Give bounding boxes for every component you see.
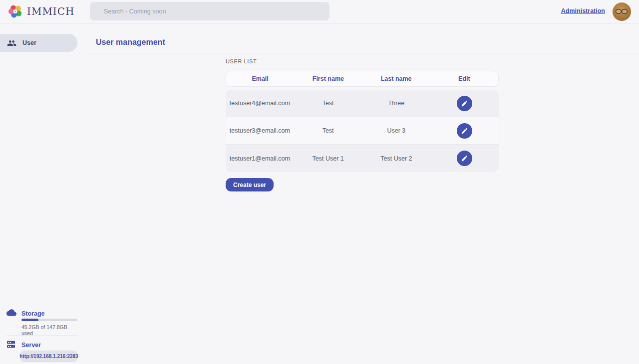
table-row: testuser4@email.comTestThree [226,90,499,117]
storage-section-title: Storage [21,310,45,317]
cell-first-name: Test User 1 [294,155,362,162]
column-header: Edit [430,75,498,82]
glasses-icon [615,8,629,15]
cell-email: testuser3@email.com [226,127,294,134]
search-input[interactable] [90,2,329,20]
cell-first-name: Test [294,127,362,134]
server-icon [6,341,15,349]
create-user-button[interactable]: Create user [226,178,274,191]
cell-last-name: Three [362,100,431,107]
user-avatar[interactable] [613,2,631,21]
edit-user-button[interactable] [457,151,472,166]
title-divider [85,53,639,53]
edit-user-button[interactable] [457,123,472,139]
cell-first-name: Test [294,100,362,107]
cell-edit [430,151,499,166]
pencil-icon [461,100,468,107]
sidebar-divider [6,336,78,336]
storage-progress-bar [21,319,77,321]
users-icon [7,38,16,48]
table-row: testuser3@email.comTestUser 3 [226,117,499,145]
app-logo[interactable]: IMMICH [8,4,75,19]
pencil-icon [461,127,468,135]
server-url-badge: http://192.168.1.216:2283 [20,351,77,362]
cell-email: testuser1@email.com [226,155,294,162]
user-table-body: testuser4@email.comTestThreetestuser3@em… [226,90,499,172]
app-wordmark: IMMICH [27,5,75,17]
storage-progress-fill [21,319,38,321]
sidebar-item-user[interactable]: User [0,34,77,52]
user-table-header: EmailFirst nameLast nameEdit [226,71,499,87]
cell-edit [430,96,499,111]
column-header: Email [226,75,294,82]
server-section-title: Server [21,342,41,349]
top-header: IMMICH Administration [0,0,639,23]
column-header: First name [294,75,362,82]
edit-user-button[interactable] [457,96,472,111]
cell-last-name: User 3 [362,127,431,134]
immich-flower-icon [8,4,23,19]
cloud-icon [6,309,16,316]
immich-admin-app: IMMICH Administration User Storage 45.2G… [0,0,639,364]
storage-usage-text: 45.2GB of 147.8GB used [21,324,77,336]
cell-edit [430,123,499,139]
page-title: User management [96,38,165,47]
sidebar-item-label: User [22,39,36,46]
table-row: testuser1@email.comTest User 1Test User … [226,145,499,172]
column-header: Last name [362,75,430,82]
administration-link[interactable]: Administration [561,7,605,14]
user-list-label: USER LIST [226,58,257,64]
pencil-icon [461,155,468,162]
sidebar: User Storage 45.2GB of 147.8GB used Serv… [0,23,77,364]
cell-email: testuser4@email.com [226,100,294,107]
cell-last-name: Test User 2 [362,155,431,162]
